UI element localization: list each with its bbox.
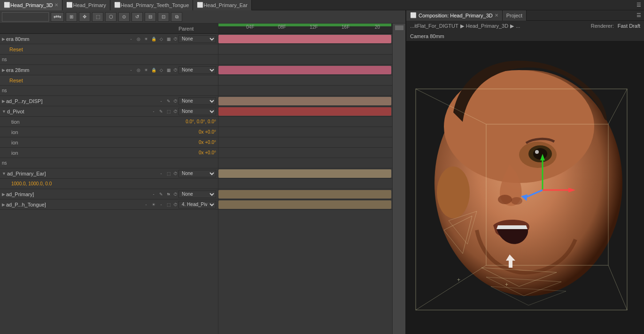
track-reset-80mm [218, 44, 405, 55]
pencil-icon-disp[interactable]: ✎ [165, 98, 172, 104]
tab-menu-button[interactable]: ☰ [634, 2, 644, 8]
shy-icon-primary[interactable]: - [150, 191, 157, 198]
parent-select-80mm[interactable]: None [178, 35, 216, 43]
clock-icon-pivot[interactable]: ⏱ [172, 108, 178, 115]
sun-icon-tongue[interactable]: ☀ [150, 201, 157, 208]
collapse-icon-28[interactable]: ◇ [158, 67, 164, 73]
tool-btn-1[interactable]: ⇄⇆ [51, 12, 64, 22]
prop-ion-3: ion [11, 150, 199, 156]
layer-name-d-pivot: d_Pivot [7, 109, 148, 114]
tool-btn-4[interactable]: ⬚ [92, 12, 103, 22]
tool-btn-6[interactable]: ⊙ [118, 12, 130, 22]
cube-icon-ear[interactable]: ⬚ [165, 170, 172, 177]
tool-btn-10[interactable]: ⧉ [171, 12, 182, 22]
clock-icon-ear[interactable]: ⏱ [172, 170, 178, 177]
expand-head-primary[interactable]: ▶ [2, 192, 5, 197]
cube-icon-tongue[interactable]: ⬚ [165, 201, 172, 208]
solo-icon-28[interactable]: ☀ [143, 67, 149, 73]
solo-icon[interactable]: ☀ [143, 36, 149, 42]
clock-icon-primary[interactable]: ⏱ [172, 191, 178, 198]
ruler-04f: 04F [246, 24, 254, 30]
expand-head-ear[interactable]: ▼ [2, 171, 6, 176]
layer-name-camera-28mm: era 28mm [6, 67, 126, 73]
shy-icon-28[interactable]: - [128, 67, 134, 73]
viewer-canvas[interactable]: + + [406, 41, 644, 334]
breadcrumb-item-3[interactable]: ... [516, 23, 520, 29]
viewer-tab-close[interactable]: ✕ [495, 13, 498, 18]
clock-icon-28mm[interactable]: ⏱ [172, 67, 178, 73]
breadcrumb-item-2[interactable]: Head_Primary_3D [466, 23, 508, 29]
timeline-tracks[interactable]: 04F 08F 12F 16F 20 [218, 24, 405, 334]
ruler-08f: 08F [278, 24, 286, 30]
parent-select-primary[interactable]: None [178, 191, 216, 198]
viewer-tab-composition[interactable]: ⬜ Composition: Head_Primary_3D ✕ [406, 10, 503, 21]
layer-list: Parent ▶ era 80mm - ◎ ☀ 🔒 ◇ ▦ ⏱ [0, 24, 218, 334]
scroll-thumb[interactable] [395, 25, 403, 30]
fx-icon-primary[interactable]: fx [165, 191, 172, 198]
svg-point-8 [533, 148, 547, 159]
video-icon[interactable]: ◎ [135, 36, 142, 42]
layer-row-ns-1: ns [0, 55, 218, 65]
tool-btn-8[interactable]: ⊟ [145, 12, 156, 22]
shy-icon-pivot[interactable]: - [150, 108, 157, 115]
expand-head-disp[interactable]: ▶ [2, 99, 5, 103]
expand-head-tongue[interactable]: ▶ [2, 202, 5, 207]
reset-label-80mm: Reset [9, 47, 216, 52]
tab-close-0[interactable]: ✕ [54, 2, 58, 8]
quality-icon-28[interactable]: ▦ [165, 67, 172, 73]
shy-icon-tongue[interactable]: - [143, 201, 149, 208]
pencil-icon-primary[interactable]: ✎ [158, 191, 164, 198]
viewer-tab-menu[interactable]: ☰ [634, 12, 644, 18]
svg-point-5 [511, 197, 522, 205]
tab-head-primary-3d[interactable]: ⬜ Head_Primary_3D ✕ [0, 0, 62, 10]
track-reset-28mm [218, 75, 405, 86]
time-ruler[interactable]: 04F 08F 12F 16F 20 [218, 24, 405, 34]
tool-btn-7[interactable]: ↺ [132, 12, 143, 22]
tab-head-primary[interactable]: ⬜ Head_Primary [62, 0, 110, 10]
tool-btn-9[interactable]: ⊡ [158, 12, 169, 22]
parent-select-28mm[interactable]: None [178, 66, 216, 74]
tab-label-1: Head_Primary [73, 2, 106, 8]
shy-icon-ear[interactable]: - [158, 170, 164, 177]
track-ns-3 [218, 158, 405, 168]
parent-select-pivot[interactable]: None [178, 108, 216, 115]
expand-camera-28mm[interactable]: ▶ [2, 68, 5, 72]
timeline-panel: ⇄⇆ ⊞ ✥ ⬚ ⬡ ⊙ ↺ ⊟ ⊡ ⧉ Parent [0, 10, 406, 334]
breadcrumb-arrow-1: ▶ [460, 23, 464, 29]
parent-select-ear[interactable]: None [178, 170, 216, 177]
val-ion-2: 0x +0.0° [199, 140, 216, 145]
viewer-tab-bar: ⬜ Composition: Head_Primary_3D ✕ Project… [406, 10, 644, 21]
parent-select-tongue[interactable]: 4. Head_Pivo [178, 201, 216, 208]
tool-btn-5[interactable]: ⬡ [105, 12, 116, 22]
expand-d-pivot[interactable]: ▼ [2, 109, 6, 114]
breadcrumb-item-1[interactable]: ...itFlat_For_DIGTUT [410, 23, 458, 29]
clock-icon-80mm[interactable]: ⏱ [172, 36, 178, 42]
prop-ion-1: ion [11, 129, 199, 135]
tab-head-primary-teeth[interactable]: ⬜ Head_Primary_Teeth_Tongue [110, 0, 194, 10]
layer-row-head-disp: ▶ ad_P...ry_DISP] - ✎ ⏱ None [0, 96, 218, 106]
prop-ion-2: ion [11, 140, 199, 145]
shy-icon[interactable]: - [128, 36, 134, 42]
camera-label: Camera 80mm [410, 33, 444, 39]
collapse-icon[interactable]: ◇ [158, 36, 164, 42]
quality-icon[interactable]: ▦ [165, 36, 172, 42]
timeline-scroll[interactable] [392, 24, 405, 334]
lock-icon-28[interactable]: 🔒 [150, 67, 157, 73]
minus-icon-tongue[interactable]: - [158, 201, 164, 208]
video-icon-28[interactable]: ◎ [135, 67, 142, 73]
tool-btn-2[interactable]: ⊞ [66, 12, 77, 22]
tool-btn-3[interactable]: ✥ [79, 12, 90, 22]
comp-icon: ⬜ [410, 12, 417, 18]
track-bar-80mm [218, 35, 391, 43]
expand-camera-80mm[interactable]: ▶ [2, 37, 5, 41]
shy-icon-disp[interactable]: - [158, 98, 164, 104]
tab-head-primary-ear[interactable]: ⬜ Head_Primary_Ear [193, 0, 252, 10]
lock-icon[interactable]: 🔒 [150, 36, 157, 42]
pencil-icon-pivot[interactable]: ✎ [158, 108, 164, 115]
clock-icon-disp[interactable]: ⏱ [172, 98, 178, 104]
clock-icon-tongue[interactable]: ⏱ [172, 201, 178, 208]
renderer-value[interactable]: Fast Draft [618, 23, 640, 29]
cube-icon-pivot[interactable]: ⬚ [165, 108, 172, 115]
parent-select-disp[interactable]: None [178, 97, 216, 105]
viewer-tab-project[interactable]: Project [503, 10, 527, 21]
